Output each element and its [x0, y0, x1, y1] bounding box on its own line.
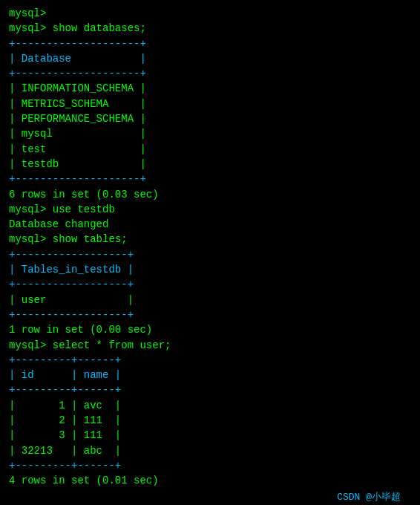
terminal-line: | mysql | — [9, 126, 411, 141]
terminal-line: +---------+------+ — [9, 382, 411, 397]
terminal-line: +--------------------+ — [9, 66, 411, 81]
terminal-line: 6 rows in set (0.03 sec) — [9, 187, 411, 202]
terminal-line: | 3 | 111 | — [9, 428, 411, 443]
terminal-line: 4 rows in set (0.01 sec) — [9, 473, 411, 488]
terminal-line: mysql> show databases; — [9, 21, 411, 36]
terminal-line: +---------+------+ — [9, 353, 411, 368]
terminal-line: | PERFORMANCE_SCHEMA | — [9, 111, 411, 126]
terminal-line: | id | name | — [9, 368, 411, 382]
terminal-line: | user | — [9, 293, 411, 307]
terminal-line: +------------------+ — [9, 307, 411, 322]
terminal-line: | 1 | avc | — [9, 398, 411, 413]
terminal-line: | 32213 | abc | — [9, 443, 411, 458]
terminal-line: +------------------+ — [9, 277, 411, 292]
terminal-line: mysql> — [9, 6, 411, 21]
terminal-line: mysql> select * from user; — [9, 338, 411, 353]
terminal-line: | INFORMATION_SCHEMA | — [9, 81, 411, 96]
terminal-line: | Tables_in_testdb | — [9, 262, 411, 277]
terminal-line: mysql> use testdb — [9, 202, 411, 217]
terminal-line: | 2 | 111 | — [9, 413, 411, 428]
terminal-line: | Database | — [9, 51, 411, 66]
terminal-line: +--------------------+ — [9, 172, 411, 186]
terminal-line: +------------------+ — [9, 247, 411, 262]
branding-label: CSDN @小毕超 — [337, 490, 401, 504]
terminal-line: +---------+------+ — [9, 458, 411, 473]
terminal-window: mysql>mysql> show databases;+-----------… — [9, 6, 411, 505]
terminal-line: | testdb | — [9, 157, 411, 172]
terminal-line: mysql> show tables; — [9, 232, 411, 247]
terminal-line: | test | — [9, 142, 411, 157]
terminal-line: | METRICS_SCHEMA | — [9, 97, 411, 111]
terminal-line: +--------------------+ — [9, 36, 411, 51]
terminal-line: Database changed — [9, 217, 411, 232]
terminal-line: 1 row in set (0.00 sec) — [9, 322, 411, 337]
